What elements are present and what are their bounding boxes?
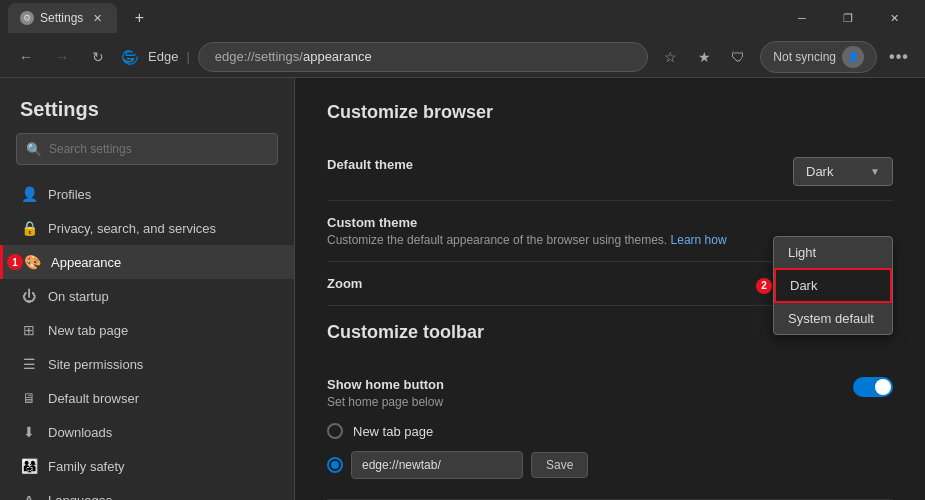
minimize-button[interactable]: ─ bbox=[779, 0, 825, 36]
startup-icon: ⏻ bbox=[20, 287, 38, 305]
default-theme-row: Default theme Dark ▼ bbox=[327, 143, 893, 201]
titlebar-left: ⚙ Settings ✕ + bbox=[8, 3, 779, 33]
sidebar-item-privacy[interactable]: 🔒 Privacy, search, and services bbox=[0, 211, 294, 245]
section-customize-browser: Customize browser bbox=[327, 102, 893, 123]
downloads-icon: ⬇ bbox=[20, 423, 38, 441]
zoom-label: Zoom bbox=[327, 276, 362, 291]
show-home-button-label: Show home button bbox=[327, 377, 588, 392]
url-separator: | bbox=[186, 49, 189, 64]
search-settings-container: 🔍 bbox=[16, 133, 278, 165]
new-tab-radio[interactable] bbox=[327, 423, 343, 439]
sidebar-item-profiles[interactable]: 👤 Profiles bbox=[0, 177, 294, 211]
sidebar-label-family-safety: Family safety bbox=[48, 459, 125, 474]
content-area: Customize browser Default theme Dark ▼ C… bbox=[295, 78, 925, 500]
sidebar-label-new-tab: New tab page bbox=[48, 323, 128, 338]
url-path: appearance bbox=[303, 49, 372, 64]
close-button[interactable]: ✕ bbox=[871, 0, 917, 36]
sidebar-label-profiles: Profiles bbox=[48, 187, 91, 202]
sidebar-item-family-safety[interactable]: 👨‍👩‍👧 Family safety bbox=[0, 449, 294, 483]
dropdown-item-dark[interactable]: 2 Dark bbox=[774, 268, 892, 303]
dropdown-item-system-default[interactable]: System default bbox=[774, 303, 892, 334]
browser-essentials-icon[interactable]: 🛡 bbox=[724, 43, 752, 71]
not-syncing-label: Not syncing bbox=[773, 50, 836, 64]
custom-theme-label: Custom theme bbox=[327, 215, 727, 230]
refresh-button[interactable]: ↻ bbox=[84, 43, 112, 71]
sidebar-item-on-startup[interactable]: ⏻ On startup bbox=[0, 279, 294, 313]
family-icon: 👨‍👩‍👧 bbox=[20, 457, 38, 475]
edge-logo bbox=[120, 47, 140, 67]
more-options-button[interactable]: ••• bbox=[885, 43, 913, 71]
home-button-toggle[interactable] bbox=[853, 377, 893, 397]
sidebar-label-downloads: Downloads bbox=[48, 425, 112, 440]
sidebar-label-languages: Languages bbox=[48, 493, 112, 501]
tab-close-button[interactable]: ✕ bbox=[89, 10, 105, 26]
default-theme-dropdown[interactable]: Dark ▼ bbox=[793, 157, 893, 186]
profiles-icon: 👤 bbox=[20, 185, 38, 203]
settings-tab-icon: ⚙ bbox=[20, 11, 34, 25]
main-layout: Settings 🔍 👤 Profiles 🔒 Privacy, search,… bbox=[0, 78, 925, 500]
dropdown-arrow-icon: ▼ bbox=[870, 166, 880, 177]
default-browser-icon: 🖥 bbox=[20, 389, 38, 407]
edge-browser-label: Edge bbox=[148, 49, 178, 64]
languages-icon: A bbox=[20, 491, 38, 500]
new-tab-radio-label: New tab page bbox=[353, 424, 433, 439]
sidebar-title: Settings bbox=[0, 94, 294, 133]
url-radio[interactable] bbox=[327, 457, 343, 473]
newtab-icon: ⊞ bbox=[20, 321, 38, 339]
settings-tab-title: Settings bbox=[40, 11, 83, 25]
set-home-page-desc: Set home page below bbox=[327, 395, 588, 409]
sidebar-item-downloads[interactable]: ⬇ Downloads bbox=[0, 415, 294, 449]
sidebar-item-site-permissions[interactable]: ☰ Site permissions bbox=[0, 347, 294, 381]
sidebar-item-default-browser[interactable]: 🖥 Default browser bbox=[0, 381, 294, 415]
show-home-button-row: Show home button Set home page below New… bbox=[327, 363, 893, 500]
addressbar: ← → ↻ Edge | edge://settings/appearance … bbox=[0, 36, 925, 78]
save-button[interactable]: Save bbox=[531, 452, 588, 478]
sidebar-item-appearance[interactable]: 1 🎨 Appearance bbox=[0, 245, 294, 279]
dropdown-item-light[interactable]: Light bbox=[774, 237, 892, 268]
custom-theme-info: Custom theme Customize the default appea… bbox=[327, 215, 727, 247]
sidebar-item-new-tab[interactable]: ⊞ New tab page bbox=[0, 313, 294, 347]
privacy-icon: 🔒 bbox=[20, 219, 38, 237]
titlebar: ⚙ Settings ✕ + ─ ❐ ✕ bbox=[0, 0, 925, 36]
url-prefix: edge://settings/ bbox=[215, 49, 303, 64]
collections-icon[interactable]: ★ bbox=[690, 43, 718, 71]
forward-button[interactable]: → bbox=[48, 43, 76, 71]
search-settings-input[interactable] bbox=[16, 133, 278, 165]
theme-dropdown-menu: Light 2 Dark System default bbox=[773, 236, 893, 335]
sidebar-item-languages[interactable]: A Languages bbox=[0, 483, 294, 500]
window-controls: ─ ❐ ✕ bbox=[779, 0, 917, 36]
sidebar-label-privacy: Privacy, search, and services bbox=[48, 221, 216, 236]
home-button-info: Show home button Set home page below New… bbox=[327, 377, 588, 485]
sidebar-label-default-browser: Default browser bbox=[48, 391, 139, 406]
badge-2: 2 bbox=[756, 278, 772, 294]
search-icon: 🔍 bbox=[26, 142, 42, 157]
default-theme-label: Default theme bbox=[327, 157, 413, 172]
appearance-icon: 🎨 bbox=[23, 253, 41, 271]
address-bar-input[interactable]: edge://settings/appearance bbox=[198, 42, 649, 72]
home-url-row: Save bbox=[327, 445, 588, 485]
back-button[interactable]: ← bbox=[12, 43, 40, 71]
sidebar-label-on-startup: On startup bbox=[48, 289, 109, 304]
learn-how-link[interactable]: Learn how bbox=[671, 233, 727, 247]
restore-button[interactable]: ❐ bbox=[825, 0, 871, 36]
dropdown-value: Dark bbox=[806, 164, 833, 179]
home-url-input[interactable] bbox=[351, 451, 523, 479]
new-tab-button[interactable]: + bbox=[125, 4, 153, 32]
new-tab-radio-option[interactable]: New tab page bbox=[327, 417, 588, 445]
sidebar: Settings 🔍 👤 Profiles 🔒 Privacy, search,… bbox=[0, 78, 295, 500]
sidebar-label-site-permissions: Site permissions bbox=[48, 357, 143, 372]
settings-tab[interactable]: ⚙ Settings ✕ bbox=[8, 3, 117, 33]
avatar: 👤 bbox=[842, 46, 864, 68]
dropdown-dark-label: Dark bbox=[790, 278, 817, 293]
not-syncing-button[interactable]: Not syncing 👤 bbox=[760, 41, 877, 73]
custom-theme-desc: Customize the default appearance of the … bbox=[327, 233, 727, 247]
sidebar-label-appearance: Appearance bbox=[51, 255, 121, 270]
permissions-icon: ☰ bbox=[20, 355, 38, 373]
favorites-icon[interactable]: ☆ bbox=[656, 43, 684, 71]
badge-1: 1 bbox=[7, 254, 23, 270]
address-bar-icons: ☆ ★ 🛡 bbox=[656, 43, 752, 71]
